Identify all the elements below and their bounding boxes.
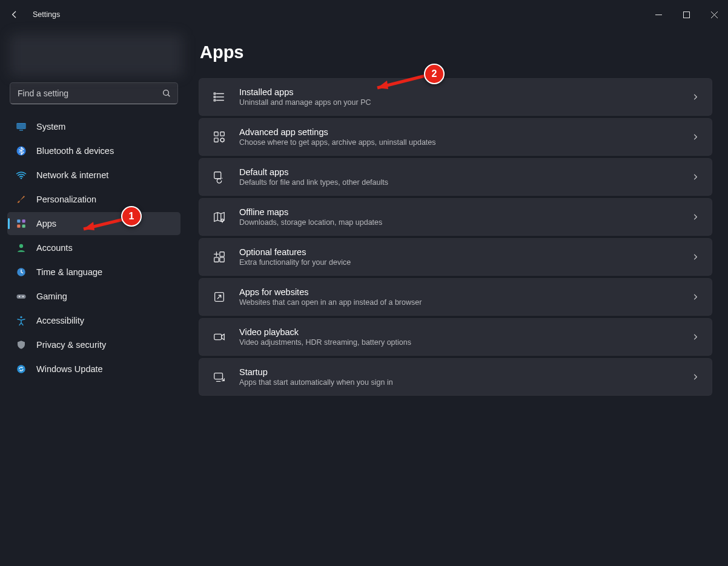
svg-point-16 xyxy=(20,316,22,318)
card-installed-apps[interactable]: Installed apps Uninstall and manage apps… xyxy=(199,78,712,116)
svg-rect-27 xyxy=(220,252,224,256)
sidebar-item-bluetooth[interactable]: Bluetooth & devices xyxy=(7,139,180,162)
svg-rect-9 xyxy=(17,225,20,228)
minimize-button[interactable] xyxy=(644,5,672,24)
sidebar-item-time[interactable]: Time & language xyxy=(7,261,180,284)
card-desc: Defaults for file and link types, other … xyxy=(239,178,678,187)
sidebar-item-accounts[interactable]: Accounts xyxy=(7,236,180,259)
sidebar-item-label: Network & internet xyxy=(36,170,108,180)
sidebar-item-label: Apps xyxy=(36,219,56,228)
card-default-apps[interactable]: Default apps Defaults for file and link … xyxy=(199,158,712,196)
sidebar: System Bluetooth & devices Network & int… xyxy=(0,29,188,566)
apps-icon xyxy=(16,218,27,229)
card-title: Startup xyxy=(239,367,678,377)
sidebar-item-label: Accessibility xyxy=(36,316,84,325)
wifi-icon xyxy=(16,170,27,181)
titlebar-left: Settings xyxy=(7,7,60,22)
chevron-right-icon xyxy=(691,173,700,181)
card-video-playback[interactable]: Video playback Video adjustments, HDR st… xyxy=(199,318,712,356)
video-icon xyxy=(213,330,226,344)
card-texts: Offline maps Downloads, storage location… xyxy=(239,207,678,227)
svg-rect-31 xyxy=(214,334,222,339)
search-input[interactable] xyxy=(16,88,162,99)
card-title: Offline maps xyxy=(239,207,678,217)
sidebar-item-label: Time & language xyxy=(36,267,102,277)
open-app-icon xyxy=(213,290,226,304)
card-texts: Advanced app settings Choose where to ge… xyxy=(239,127,678,147)
card-apps-for-websites[interactable]: Apps for websites Websites that can open… xyxy=(199,278,712,316)
maximize-icon xyxy=(683,12,690,18)
update-icon xyxy=(16,364,27,375)
chevron-right-icon xyxy=(691,133,700,141)
svg-rect-28 xyxy=(214,258,219,262)
chevron-right-icon xyxy=(691,373,700,381)
card-title: Default apps xyxy=(239,167,678,177)
card-desc: Downloads, storage location, map updates xyxy=(239,218,678,227)
sidebar-item-network[interactable]: Network & internet xyxy=(7,164,180,187)
card-desc: Video adjustments, HDR streaming, batter… xyxy=(239,338,678,347)
sidebar-item-label: Bluetooth & devices xyxy=(36,146,114,156)
sidebar-item-accessibility[interactable]: Accessibility xyxy=(7,309,180,332)
sidebar-item-label: Windows Update xyxy=(36,364,103,374)
card-offline-maps[interactable]: Offline maps Downloads, storage location… xyxy=(199,198,712,236)
search-icon xyxy=(162,88,171,98)
back-button[interactable] xyxy=(7,7,22,22)
svg-rect-21 xyxy=(214,132,218,136)
svg-point-6 xyxy=(21,178,22,179)
person-icon xyxy=(16,242,27,253)
svg-rect-7 xyxy=(17,219,20,222)
svg-rect-20 xyxy=(214,99,215,101)
card-desc: Websites that can open in an app instead… xyxy=(239,298,678,307)
list-icon xyxy=(213,90,226,104)
sidebar-item-privacy[interactable]: Privacy & security xyxy=(7,333,180,356)
sidebar-item-system[interactable]: System xyxy=(7,115,180,138)
card-texts: Video playback Video adjustments, HDR st… xyxy=(239,327,678,347)
svg-rect-22 xyxy=(220,132,224,136)
card-title: Optional features xyxy=(239,247,678,257)
sidebar-nav: System Bluetooth & devices Network & int… xyxy=(5,115,183,381)
card-advanced-app-settings[interactable]: Advanced app settings Choose where to ge… xyxy=(199,118,712,156)
chevron-right-icon xyxy=(691,253,700,261)
display-icon xyxy=(16,121,27,132)
svg-point-15 xyxy=(22,296,24,297)
card-texts: Installed apps Uninstall and manage apps… xyxy=(239,87,678,107)
card-title: Apps for websites xyxy=(239,287,678,297)
sidebar-item-label: Personalization xyxy=(36,195,96,204)
accessibility-icon xyxy=(16,315,27,326)
gamepad-icon xyxy=(16,291,27,302)
profile-blurred xyxy=(10,34,183,76)
svg-point-11 xyxy=(19,244,23,248)
sidebar-item-gaming[interactable]: Gaming xyxy=(7,285,180,308)
card-texts: Startup Apps that start automatically wh… xyxy=(239,367,678,387)
sidebar-item-label: System xyxy=(36,122,65,132)
svg-rect-18 xyxy=(214,93,215,94)
window-title: Settings xyxy=(33,10,60,19)
sidebar-item-label: Accounts xyxy=(36,243,73,253)
clock-icon xyxy=(16,267,27,278)
default-apps-icon xyxy=(213,170,226,184)
svg-point-14 xyxy=(19,296,20,297)
sidebar-item-apps[interactable]: Apps xyxy=(7,212,180,235)
svg-point-1 xyxy=(164,90,169,96)
settings-window: Settings xyxy=(0,0,728,566)
sidebar-item-personalization[interactable]: Personalization xyxy=(7,188,180,211)
titlebar: Settings xyxy=(0,0,728,29)
arrow-left-icon xyxy=(10,10,19,19)
card-optional-features[interactable]: Optional features Extra functionality fo… xyxy=(199,238,712,276)
search-box[interactable] xyxy=(10,82,178,104)
card-texts: Optional features Extra functionality fo… xyxy=(239,247,678,267)
sidebar-item-update[interactable]: Windows Update xyxy=(7,358,180,381)
close-icon xyxy=(711,12,718,18)
minimize-icon xyxy=(655,12,662,18)
sidebar-item-label: Privacy & security xyxy=(36,340,106,350)
close-button[interactable] xyxy=(700,5,728,24)
card-startup[interactable]: Startup Apps that start automatically wh… xyxy=(199,358,712,396)
bluetooth-icon xyxy=(16,145,27,156)
chevron-right-icon xyxy=(691,213,700,221)
card-desc: Extra functionality for your device xyxy=(239,258,678,267)
svg-rect-23 xyxy=(214,138,218,142)
map-icon xyxy=(213,210,226,224)
svg-rect-25 xyxy=(214,172,221,179)
maximize-button[interactable] xyxy=(672,5,700,24)
svg-rect-32 xyxy=(214,373,223,379)
